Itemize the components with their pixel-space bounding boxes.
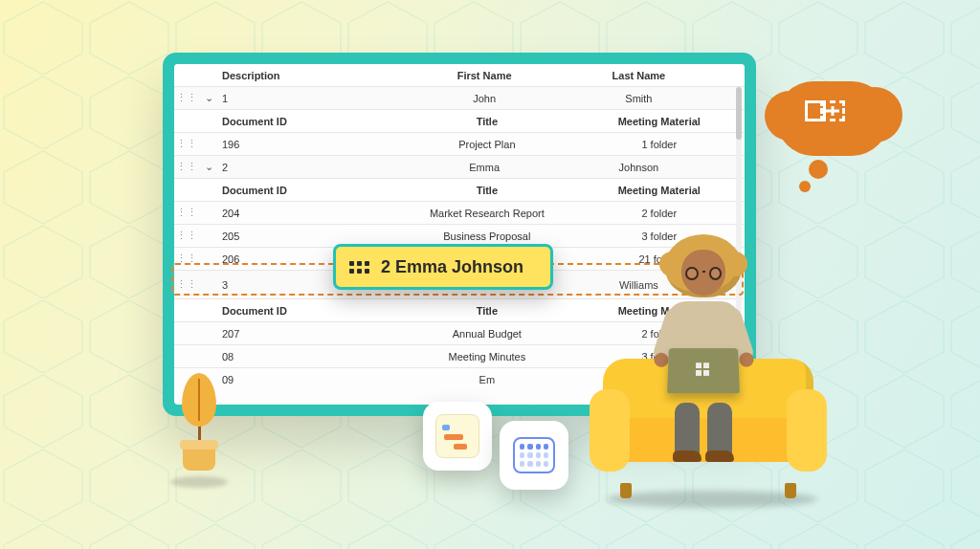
sub-header-row: Document ID Title Meeting Material bbox=[174, 179, 745, 202]
group-first-name: Emma bbox=[408, 162, 562, 173]
col-description[interactable]: Description bbox=[218, 70, 408, 81]
scrollbar-thumb[interactable] bbox=[736, 87, 742, 140]
drag-handle-icon[interactable]: ⋮⋮ bbox=[174, 253, 199, 265]
group-last-name: Smith bbox=[562, 93, 745, 104]
group-row[interactable]: ⋮⋮ ⌄ 2 Emma Johnson bbox=[174, 156, 745, 179]
drag-handle-icon[interactable]: ⋮⋮ bbox=[174, 138, 199, 150]
person-decoration bbox=[641, 234, 766, 454]
grip-icon bbox=[349, 261, 369, 274]
group-last-name: Johnson bbox=[562, 162, 745, 173]
chevron-down-icon[interactable]: ⌄ bbox=[199, 92, 218, 104]
grid-header-row: Description First Name Last Name bbox=[174, 64, 745, 87]
laptop-icon bbox=[667, 348, 740, 393]
drag-preview-card[interactable]: 2 Emma Johnson bbox=[333, 244, 553, 290]
col-first-name[interactable]: First Name bbox=[408, 70, 562, 81]
drag-card-text: 2 Emma Johnson bbox=[381, 257, 523, 277]
add-copy-icon bbox=[805, 100, 860, 137]
drag-handle-icon[interactable]: ⋮⋮ bbox=[174, 207, 199, 219]
cell-doc-id: 196 bbox=[199, 139, 381, 150]
thought-bubble bbox=[770, 81, 895, 187]
gantt-icon-tile bbox=[423, 402, 492, 471]
group-index: 1 bbox=[218, 93, 408, 104]
col-title[interactable]: Title bbox=[381, 116, 592, 127]
drag-handle-icon[interactable]: ⋮⋮ bbox=[174, 230, 199, 242]
table-icon-tile bbox=[500, 421, 568, 490]
plant-decoration bbox=[170, 373, 228, 488]
drag-handle-icon[interactable]: ⋮⋮ bbox=[174, 278, 199, 291]
col-last-name[interactable]: Last Name bbox=[562, 70, 745, 81]
col-doc-id[interactable]: Document ID bbox=[199, 116, 381, 127]
group-index: 2 bbox=[218, 162, 408, 173]
data-row[interactable]: ⋮⋮ 204 Market Research Report 2 folder bbox=[174, 202, 745, 225]
sub-header-row: Document ID Title Meeting Material bbox=[174, 110, 745, 133]
group-first-name: John bbox=[408, 93, 562, 104]
col-material[interactable]: Meeting Material bbox=[593, 116, 745, 127]
group-row[interactable]: ⋮⋮ ⌄ 1 John Smith bbox=[174, 87, 745, 110]
drag-handle-icon[interactable]: ⋮⋮ bbox=[174, 161, 199, 173]
cell-title: Project Plan bbox=[381, 139, 592, 150]
data-row[interactable]: ⋮⋮ 196 Project Plan 1 folder bbox=[174, 133, 745, 156]
cell-material: 1 folder bbox=[593, 139, 745, 150]
chevron-down-icon[interactable]: ⌄ bbox=[199, 161, 218, 173]
drag-handle-icon[interactable]: ⋮⋮ bbox=[174, 92, 199, 104]
